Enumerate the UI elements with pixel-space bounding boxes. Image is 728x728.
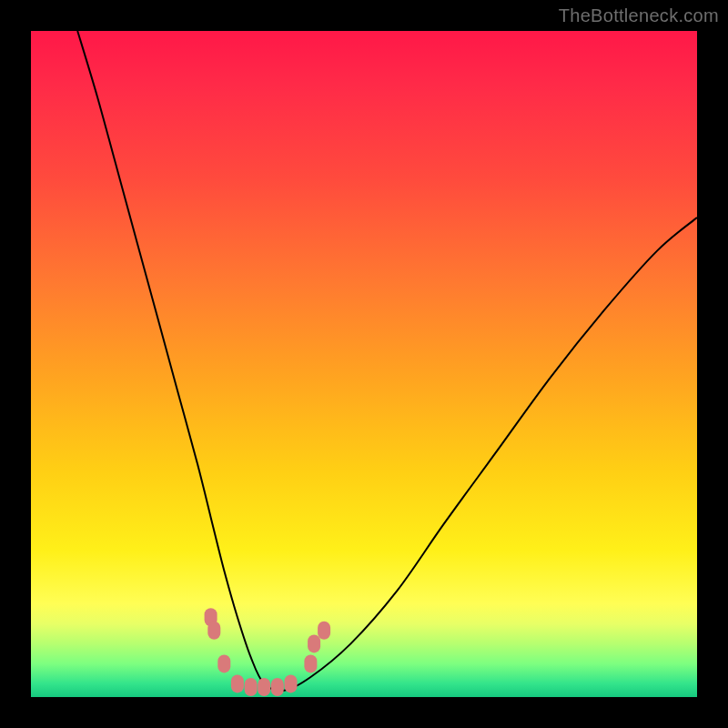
curve-marker <box>304 654 317 672</box>
curve-marker <box>245 678 258 696</box>
curve-marker <box>207 622 220 640</box>
curve-marker <box>318 622 330 640</box>
curve-marker <box>258 678 270 696</box>
marker-group <box>205 608 331 696</box>
curve-marker <box>285 674 298 693</box>
curve-marker <box>271 678 284 696</box>
curve-marker <box>217 654 230 672</box>
curve-marker <box>231 674 244 693</box>
curve-marker <box>308 634 320 652</box>
bottleneck-curve <box>77 31 697 691</box>
chart-frame: TheBottleneck.com <box>0 0 728 728</box>
watermark-text: TheBottleneck.com <box>559 5 719 26</box>
curve-svg <box>31 31 697 697</box>
plot-area <box>31 31 697 697</box>
